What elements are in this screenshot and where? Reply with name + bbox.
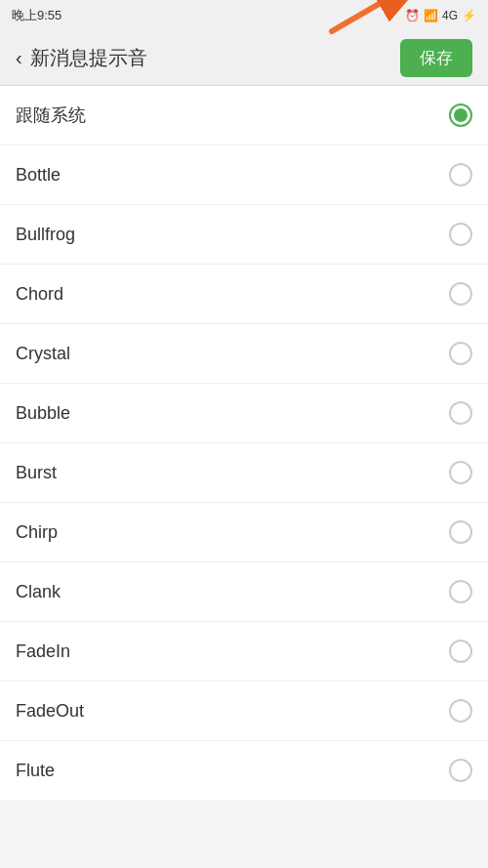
network-icon: 4G bbox=[442, 9, 458, 22]
list-item[interactable]: Crystal bbox=[0, 324, 488, 384]
radio-button[interactable] bbox=[449, 401, 472, 425]
status-bar: 晚上9:55 ⏰ 📶 4G ⚡ bbox=[0, 0, 488, 31]
alarm-icon: ⏰ bbox=[405, 9, 420, 22]
radio-button[interactable] bbox=[449, 103, 472, 127]
list-item[interactable]: Chord bbox=[0, 265, 488, 324]
list-item[interactable]: Clank bbox=[0, 562, 488, 622]
radio-button[interactable] bbox=[449, 699, 472, 723]
ringtone-list: 跟随系统BottleBullfrogChordCrystalBubbleBurs… bbox=[0, 86, 488, 800]
back-button[interactable]: ‹ bbox=[16, 47, 22, 69]
item-label: Flute bbox=[16, 761, 55, 781]
list-item[interactable]: FadeIn bbox=[0, 622, 488, 682]
radio-button[interactable] bbox=[449, 282, 472, 306]
radio-button[interactable] bbox=[449, 580, 472, 603]
radio-button[interactable] bbox=[449, 223, 472, 246]
item-label: Bullfrog bbox=[16, 225, 75, 245]
status-icons: ⏰ 📶 4G ⚡ bbox=[405, 9, 476, 22]
list-item[interactable]: Burst bbox=[0, 443, 488, 503]
list-item[interactable]: Flute bbox=[0, 741, 488, 800]
item-label: Chirp bbox=[16, 522, 58, 543]
list-item[interactable]: Bullfrog bbox=[0, 205, 488, 265]
item-label: Crystal bbox=[16, 344, 70, 364]
radio-button[interactable] bbox=[449, 342, 472, 365]
radio-button[interactable] bbox=[449, 640, 472, 663]
list-item[interactable]: 跟随系统 bbox=[0, 86, 488, 145]
status-time: 晚上9:55 bbox=[12, 7, 61, 24]
item-label: 跟随系统 bbox=[16, 103, 86, 127]
list-item[interactable]: Bubble bbox=[0, 384, 488, 443]
item-label: FadeOut bbox=[16, 701, 84, 722]
header-left: ‹ 新消息提示音 bbox=[16, 45, 147, 71]
radio-button[interactable] bbox=[449, 163, 472, 186]
radio-button[interactable] bbox=[449, 520, 472, 544]
item-label: FadeIn bbox=[16, 641, 70, 662]
item-label: Bottle bbox=[16, 165, 61, 186]
header: ‹ 新消息提示音 保存 bbox=[0, 31, 488, 86]
list-item[interactable]: FadeOut bbox=[0, 682, 488, 741]
item-label: Clank bbox=[16, 582, 61, 602]
radio-button[interactable] bbox=[449, 759, 472, 782]
radio-button[interactable] bbox=[449, 461, 472, 484]
signal-icon: 📶 bbox=[424, 9, 438, 22]
save-button[interactable]: 保存 bbox=[400, 39, 472, 77]
list-item[interactable]: Bottle bbox=[0, 145, 488, 205]
item-label: Bubble bbox=[16, 403, 70, 424]
battery-icon: ⚡ bbox=[462, 9, 476, 22]
item-label: Burst bbox=[16, 463, 57, 483]
page-title: 新消息提示音 bbox=[30, 45, 147, 71]
item-label: Chord bbox=[16, 284, 63, 305]
list-item[interactable]: Chirp bbox=[0, 503, 488, 562]
